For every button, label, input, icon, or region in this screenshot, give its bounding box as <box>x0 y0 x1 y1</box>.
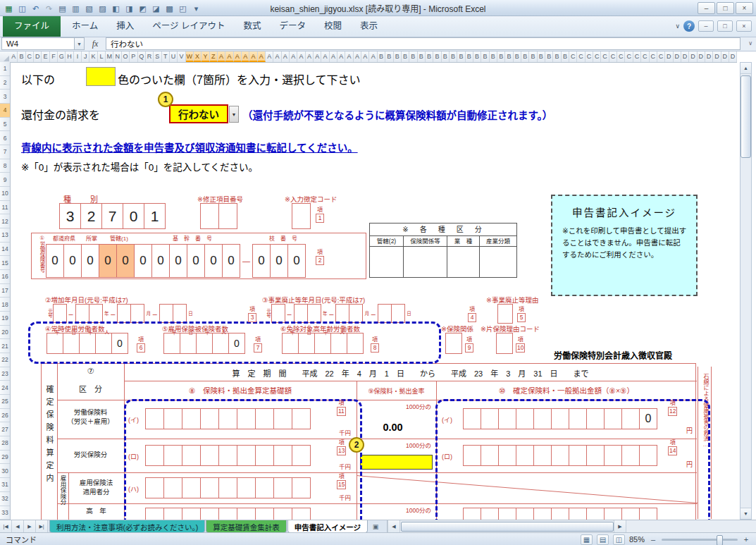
form-cell[interactable] <box>533 508 552 520</box>
form-cell[interactable] <box>621 408 640 429</box>
row-header[interactable]: 5 <box>0 118 10 132</box>
form-cell[interactable] <box>569 408 587 429</box>
column-header[interactable]: B <box>409 51 417 62</box>
column-header[interactable]: R <box>146 51 154 62</box>
form-cell[interactable]: 0 <box>134 244 152 278</box>
form-cell[interactable] <box>282 333 299 354</box>
qat-dropdown-icon[interactable]: ▾ <box>190 3 202 14</box>
form-cell[interactable] <box>445 333 462 354</box>
form-cell[interactable]: 1 <box>144 203 166 229</box>
undo-icon[interactable]: ↶ <box>30 3 42 14</box>
row-header[interactable]: 9 <box>0 173 10 187</box>
row-header[interactable]: 17 <box>0 284 10 298</box>
column-header[interactable]: C <box>601 51 609 62</box>
form-cell[interactable] <box>307 304 321 323</box>
form-cell[interactable]: 3 <box>59 203 81 229</box>
column-header[interactable]: B <box>18 51 25 62</box>
select-all-corner[interactable] <box>0 51 11 63</box>
form-cell[interactable] <box>463 508 481 520</box>
row-header[interactable]: 23 <box>0 367 10 381</box>
row-header[interactable]: 32 <box>0 492 10 506</box>
column-header[interactable]: D <box>705 51 713 62</box>
column-header[interactable]: F <box>50 51 58 62</box>
formula-bar-expand-icon[interactable]: ∨ <box>748 40 752 47</box>
page-layout-view-icon[interactable]: ▤ <box>597 534 609 545</box>
form-cell[interactable]: 0 <box>169 244 187 278</box>
zoom-out-icon[interactable]: – <box>649 535 657 544</box>
normal-view-icon[interactable]: ▦ <box>581 534 593 545</box>
form-cell[interactable] <box>180 333 197 354</box>
column-header[interactable]: B <box>442 51 450 62</box>
column-header[interactable]: O <box>122 51 130 62</box>
row-header[interactable]: 7 <box>0 145 10 159</box>
close-button[interactable]: × <box>736 2 753 14</box>
form-cell[interactable] <box>292 477 311 498</box>
workbook-close-button[interactable]: × <box>736 20 752 32</box>
form-cell[interactable] <box>255 477 274 498</box>
zoom-slider[interactable] <box>662 539 738 541</box>
first-sheet-icon[interactable]: |◀ <box>0 520 12 533</box>
form-cell[interactable] <box>145 408 164 429</box>
form-cell[interactable] <box>496 333 513 354</box>
form-cell[interactable]: 7 <box>101 203 123 229</box>
form-cell[interactable] <box>218 445 237 466</box>
row-header[interactable]: 2 <box>0 76 10 90</box>
column-header[interactable]: A <box>369 51 377 62</box>
form-cell[interactable] <box>292 203 311 229</box>
form-cell[interactable] <box>218 408 237 429</box>
vertical-scrollbar[interactable]: ▲ ▼ <box>740 62 752 520</box>
row-header[interactable]: 25 <box>0 395 10 409</box>
column-header[interactable]: L <box>98 51 106 62</box>
qat-custom-3-icon[interactable]: ▧ <box>83 3 95 14</box>
form-cell[interactable] <box>200 477 219 498</box>
form-cell[interactable] <box>218 508 237 520</box>
redo-icon[interactable]: ↷ <box>43 3 55 14</box>
form-cell[interactable] <box>95 333 112 354</box>
column-header[interactable]: C <box>625 51 633 62</box>
form-cell[interactable] <box>163 445 182 466</box>
row-header[interactable]: 29 <box>0 451 10 465</box>
form-cell[interactable]: 0 <box>99 244 117 278</box>
column-header[interactable]: A <box>361 51 369 62</box>
category-cell[interactable] <box>480 247 516 277</box>
row-header[interactable]: 28 <box>0 436 10 451</box>
form-cell[interactable] <box>182 408 201 429</box>
name-box[interactable]: W4 <box>1 37 75 50</box>
form-cell[interactable] <box>218 477 237 498</box>
form-cell[interactable] <box>498 508 516 520</box>
form-cell[interactable]: 0 <box>116 244 135 278</box>
column-header[interactable]: T <box>162 51 170 62</box>
column-header[interactable]: A <box>330 51 337 62</box>
scroll-left-icon[interactable]: ◀ <box>388 520 400 533</box>
form-cell[interactable]: 0 <box>287 244 306 278</box>
column-header[interactable]: S <box>154 51 161 62</box>
row-header[interactable]: 14 <box>0 243 10 257</box>
column-header[interactable]: B <box>514 51 521 62</box>
form-cell[interactable] <box>551 508 569 520</box>
insert-worksheet-icon[interactable]: ▣ <box>368 520 383 533</box>
form-cell[interactable] <box>200 203 219 229</box>
page-break-view-icon[interactable]: ◫ <box>613 534 625 545</box>
column-header[interactable]: B <box>545 51 553 62</box>
row-header[interactable]: 13 <box>0 228 10 243</box>
form-cell[interactable] <box>47 333 63 354</box>
sheet-tab-2[interactable]: 算定基礎賃金集計表 <box>206 520 287 533</box>
form-cell[interactable] <box>639 508 657 520</box>
column-header[interactable]: M <box>106 51 113 62</box>
row-header[interactable]: 21 <box>0 339 10 353</box>
column-header[interactable]: P <box>130 51 137 62</box>
minimize-button[interactable]: – <box>698 2 715 14</box>
form-cell[interactable] <box>463 445 481 466</box>
refund-dropdown[interactable]: 行わない <box>169 104 228 123</box>
column-header[interactable]: B <box>426 51 433 62</box>
form-cell[interactable] <box>314 333 331 354</box>
column-header[interactable]: B <box>385 51 393 62</box>
form-cell[interactable] <box>347 333 364 354</box>
column-header[interactable]: D <box>689 51 697 62</box>
form-cell[interactable] <box>273 477 292 498</box>
form-cell[interactable] <box>196 333 213 354</box>
column-header[interactable]: B <box>529 51 537 62</box>
form-cell[interactable] <box>53 304 67 323</box>
row-header[interactable]: 31 <box>0 478 10 492</box>
form-cell[interactable] <box>237 508 256 520</box>
